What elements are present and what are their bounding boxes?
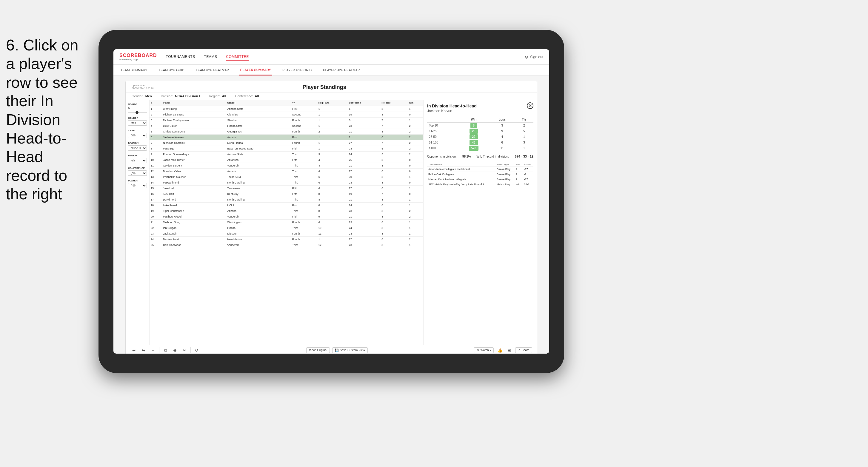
region-sidebar-select[interactable]: N/a	[128, 158, 147, 163]
region-sidebar-label: Region	[128, 154, 147, 157]
thumbs-up-button[interactable]: 👍	[496, 347, 503, 354]
table-row[interactable]: 15 Jake Hall Tennessee Fifth 6 27 8 1	[150, 186, 423, 191]
cell-conf: 8	[348, 118, 380, 123]
h2h-col-loss: Loss	[490, 117, 515, 123]
table-row[interactable]: 10 Jacob Moir-Olivieri Arkansas Fifth 4 …	[150, 157, 423, 163]
nav-item-teams[interactable]: TEAMS	[204, 54, 217, 61]
cell-win: 1	[408, 174, 423, 180]
watch-button[interactable]: 👁 Watch ▾	[474, 347, 494, 353]
table-row[interactable]: 16 Alex Goff Kentucky Fifth 8 19 7 0	[150, 191, 423, 197]
table-row[interactable]: 12 Brendan Valles Auburn Third 4 27 8 0	[150, 168, 423, 174]
forward-button[interactable]: →	[150, 347, 157, 354]
nav-icon-1[interactable]: ⊙	[525, 55, 528, 59]
cell-yr: First	[291, 134, 317, 140]
tournaments-list: Tournament Event Type Pos Score Amer Ari…	[427, 163, 533, 187]
cell-yr: Third	[291, 197, 317, 203]
logo-title: SCOREBOARD	[119, 53, 157, 58]
table-row[interactable]: 9 Preston Summerhays Arizona State Third…	[150, 152, 423, 157]
cell-num: 2	[150, 112, 162, 118]
sub-nav-player-h2h-heatmap[interactable]: PLAYER H2H HEATMAP	[322, 65, 361, 75]
cell-yr: Third	[291, 152, 317, 157]
table-row[interactable]: 23 Jack Lundin Missouri Fourth 11 24 8 1	[150, 231, 423, 237]
table-row[interactable]: 11 Gordon Sargent Vanderbilt Third 4 21 …	[150, 163, 423, 168]
table-row[interactable]: 20 Matthew Riedel Vanderbilt Fifth 9 21 …	[150, 214, 423, 220]
copy-button[interactable]: ⧉	[162, 347, 169, 354]
paste-button[interactable]: ⊕	[171, 347, 179, 354]
table-row[interactable]: 25 Cole Sherwood Vanderbilt Third 12 23 …	[150, 242, 423, 248]
tournament-row: Mirabel Maui Jim Intercollegiate Stroke …	[427, 177, 533, 182]
save-icon: 💾	[335, 348, 339, 352]
cell-num: 1	[150, 106, 162, 112]
table-row[interactable]: 2 Michael La Sasso Ole Miss Second 1 19 …	[150, 112, 423, 118]
table-row[interactable]: 17 David Ford North Carolina Third 8 21 …	[150, 197, 423, 203]
tourn-name: Mirabel Maui Jim Intercollegiate	[427, 177, 495, 182]
cell-conf: 27	[348, 140, 380, 146]
table-row[interactable]: 22 Ian Gilligan Florida Third 10 24 8 1	[150, 225, 423, 231]
view-original-button[interactable]: View: Original	[306, 347, 330, 353]
table-row[interactable]: 14 Maxwell Ford North Carolina Third 6 2…	[150, 180, 423, 186]
table-row[interactable]: 13 Phichaksn Maichon Texas A&M Third 6 3…	[150, 174, 423, 180]
h2h-close-button[interactable]: ✕	[527, 102, 533, 109]
table-row[interactable]: 18 Luke Powell UCLA First 8 24 8 1	[150, 203, 423, 208]
cell-school: Ole Miss	[226, 112, 291, 118]
cell-num: 15	[150, 186, 162, 191]
cell-reg: 8	[317, 197, 348, 203]
table-row[interactable]: 6 Jackson Koivun Auburn First 1 1 8 2	[150, 134, 423, 140]
cell-player: Michael Thorbjornsen	[162, 118, 226, 123]
table-row[interactable]: 4 Luke Claton Florida State Second 1 23 …	[150, 123, 423, 129]
h2h-win: 8	[458, 123, 490, 129]
table-row[interactable]: 1 Wenyi Ding Arizona State First 1 1 8 1	[150, 106, 423, 112]
no-rds-slider[interactable]	[128, 112, 147, 113]
refresh-button[interactable]: ↺	[193, 347, 200, 354]
cell-rds: 8	[380, 231, 408, 237]
table-row[interactable]: 19 Tiger Christensen Arizona Third 8 23 …	[150, 208, 423, 214]
cell-player: Jake Hall	[162, 186, 226, 191]
sub-nav-team-h2h-grid[interactable]: TEAM H2H GRID	[158, 65, 186, 75]
cell-win: 2	[408, 146, 423, 152]
table-row[interactable]: 24 Bastien Amat New Mexico Fourth 1 27 8…	[150, 237, 423, 242]
cut-button[interactable]: ✂	[181, 347, 188, 354]
cell-conf: 24	[348, 225, 380, 231]
redo-button[interactable]: ↪	[140, 347, 147, 354]
cell-conf: 27	[348, 237, 380, 242]
h2h-col-range	[427, 117, 458, 123]
table-row[interactable]: 7 Nicholas Gabrelcik North Florida Fourt…	[150, 140, 423, 146]
table-row[interactable]: 3 Michael Thorbjornsen Stanford Fourth 1…	[150, 118, 423, 123]
cell-rds: 7	[380, 140, 408, 146]
cell-conf: 24	[348, 203, 380, 208]
tourn-pos: 4	[515, 167, 523, 172]
grid-button[interactable]: ⊞	[506, 347, 513, 354]
sign-out-link[interactable]: Sign out	[530, 55, 543, 59]
cell-player: Luke Claton	[162, 123, 226, 129]
h2h-row: 26-50 22 4 1	[427, 134, 533, 139]
sub-nav-team-summary[interactable]: TEAM SUMMARY	[119, 65, 149, 75]
undo-button[interactable]: ↩	[130, 347, 137, 354]
save-custom-button[interactable]: 💾 Save Custom View	[332, 347, 367, 353]
gender-filter-value: Men	[145, 94, 152, 98]
sub-nav-player-summary[interactable]: PLAYER SUMMARY	[239, 65, 272, 75]
cell-reg: 1	[317, 106, 348, 112]
player-sidebar-select[interactable]: (All)	[128, 183, 147, 188]
year-sidebar-select[interactable]: (All)	[128, 133, 147, 138]
table-row[interactable]: 21 Taehoon Song Washington Fourth 6 23 8…	[150, 220, 423, 225]
sub-nav-player-h2h-grid[interactable]: PLAYER H2H GRID	[281, 65, 313, 75]
share-button[interactable]: ↗ Share	[515, 347, 532, 353]
h2h-row: >100 578 11 1	[427, 145, 533, 151]
nav-item-tournaments[interactable]: TOURNAMENTS	[166, 54, 195, 61]
conference-sidebar-select[interactable]: (All)	[128, 170, 147, 176]
instruction-text: 6. Click on a player's row to see their …	[0, 36, 93, 204]
tablet-frame: SCOREBOARD Powered by clippi TOURNAMENTS…	[98, 30, 564, 373]
table-row[interactable]: 8 Mats Ege East Tennessee State Fifth 1 …	[150, 146, 423, 152]
cell-reg: 9	[317, 214, 348, 220]
player-sidebar-label: Player	[128, 179, 147, 182]
division-sidebar-select[interactable]: NCAA Division I	[128, 145, 147, 151]
cell-win: 2	[408, 214, 423, 220]
tournament-row: Fallon Oak Collegiate Stroke Play 2 -7	[427, 172, 533, 177]
update-time: 27/03/2024 16:56:26	[132, 87, 153, 90]
nav-item-committee[interactable]: COMMITTEE	[226, 54, 249, 61]
sub-nav-team-h2h-heatmap[interactable]: TEAM H2H HEATMAP	[195, 65, 230, 75]
cell-player: Wenyi Ding	[162, 106, 226, 112]
cell-school: Arkansas	[226, 157, 291, 163]
gender-sidebar-select[interactable]: Men	[128, 120, 147, 126]
table-row[interactable]: 5 Christo Lamprecht Georgia Tech Fourth …	[150, 129, 423, 134]
